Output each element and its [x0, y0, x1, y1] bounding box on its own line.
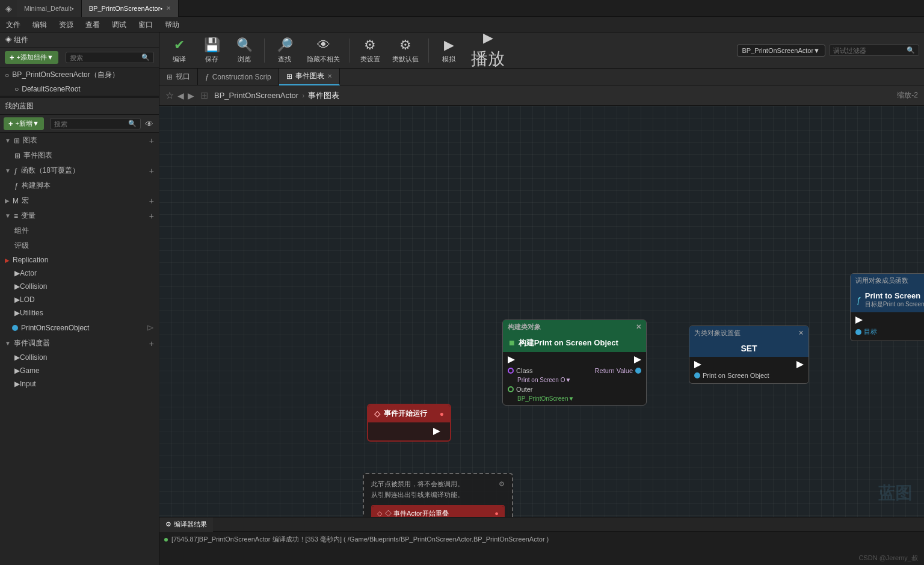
- back-button[interactable]: ◀: [177, 91, 184, 100]
- print-target-row: 目标: [851, 326, 924, 338]
- category-replication[interactable]: ▶ Replication: [0, 253, 159, 267]
- menu-edit[interactable]: 编辑: [26, 17, 53, 32]
- tab-bp-print[interactable]: BP_PrintOnScreenActor• ✕: [82, 0, 179, 17]
- construct-icon: ■: [509, 338, 515, 348]
- save-button[interactable]: 💾 保存: [197, 35, 227, 66]
- arrow-icon: ▶: [14, 309, 20, 317]
- collision-event[interactable]: ▶ Collision: [0, 351, 159, 364]
- close-icon[interactable]: ✕: [327, 73, 332, 79]
- find-button[interactable]: 🔎 查找: [270, 35, 300, 66]
- disabled-event-node[interactable]: ◇ ◇ 事件Actor开始重叠 ● Other Actor: [371, 505, 505, 517]
- add-function-button[interactable]: +: [149, 166, 154, 176]
- tab-construction-script[interactable]: ƒ Construction Scrip: [198, 69, 279, 85]
- component-default-scene-root[interactable]: ○ DefaultSceneRoot: [0, 82, 159, 96]
- print-target-pin[interactable]: [855, 329, 861, 335]
- component-search-input[interactable]: [70, 54, 139, 61]
- eye-icon[interactable]: 👁: [143, 119, 155, 129]
- add-dispatcher-button[interactable]: +: [149, 339, 154, 348]
- arrow-icon: ▶: [14, 366, 20, 375]
- output-content: [7545.87]BP_PrintOnScreenActor 编译成功！[353…: [159, 532, 924, 565]
- breadcrumb-current[interactable]: 事件图表: [308, 90, 339, 101]
- rating-var[interactable]: 评级: [0, 238, 159, 253]
- outer-pin[interactable]: [508, 386, 514, 392]
- component-self[interactable]: ○ BP_PrintOnScreenActor（自身）: [0, 67, 159, 82]
- forward-button[interactable]: ▶: [188, 91, 194, 100]
- title-bar: ◈ Minimal_Default• BP_PrintOnScreenActor…: [0, 0, 924, 17]
- tab-event-graph[interactable]: ⊞ 事件图表 ✕: [279, 69, 340, 85]
- search-icon: 🔍: [141, 54, 150, 61]
- save-icon: 💾: [204, 37, 220, 53]
- browse-button[interactable]: 🔍 浏览: [229, 35, 259, 66]
- category-functions[interactable]: ▼ ƒ 函数（18可覆盖） +: [0, 163, 159, 178]
- event-dispatcher-category[interactable]: ▼ 事件调度器 +: [0, 336, 159, 351]
- add-graph-button[interactable]: +: [149, 136, 154, 146]
- event-error-dot: ●: [440, 410, 444, 418]
- lod-category[interactable]: ▶ LOD: [0, 293, 159, 306]
- bookmark-icon[interactable]: ☆: [165, 90, 174, 101]
- menu-window[interactable]: 窗口: [132, 17, 159, 32]
- bp-search-bar[interactable]: 🔍: [50, 118, 141, 129]
- add-macro-button[interactable]: +: [149, 196, 154, 206]
- exec-in-pin[interactable]: [508, 356, 515, 363]
- set-exec-out[interactable]: [796, 361, 804, 368]
- input-event[interactable]: ▶ Input: [0, 377, 159, 391]
- breadcrumb-bar: ☆ ◀ ▶ ⊞ BP_PrintOnScreenActor › 事件图表 缩放-…: [159, 85, 924, 106]
- add-component-button[interactable]: + +添加组件▼: [5, 51, 58, 64]
- component-root-icon: ○: [14, 85, 19, 93]
- set-close-icon[interactable]: ✕: [798, 329, 804, 337]
- debug-search[interactable]: 🔍: [829, 45, 919, 56]
- category-macros[interactable]: ▶ M 宏 +: [0, 193, 159, 208]
- exec-out-pin2[interactable]: [634, 356, 641, 363]
- menu-debug[interactable]: 调试: [106, 17, 132, 32]
- return-value-pin[interactable]: [635, 368, 641, 374]
- collision-category[interactable]: ▶ Collision: [0, 280, 159, 293]
- class-pin[interactable]: [508, 368, 514, 374]
- blueprint-canvas[interactable]: ◇ 事件开始运行 ● 构建类对象 ✕: [159, 106, 924, 517]
- component-search-bar[interactable]: 🔍: [66, 52, 154, 63]
- separator-1: [264, 39, 265, 63]
- exec-out-pin[interactable]: [373, 426, 445, 437]
- debug-filter[interactable]: BP_PrintOnScreenActor▼: [737, 45, 826, 57]
- menu-file[interactable]: 文件: [0, 17, 26, 32]
- utilities-category[interactable]: ▶ Utilities: [0, 306, 159, 320]
- red-arrow-icon: ▶: [5, 257, 10, 264]
- print-on-screen-object-item[interactable]: PrintOnScreenObject ⊳: [0, 320, 159, 336]
- class-defaults-button[interactable]: ⚙ 类默认值: [387, 35, 424, 66]
- category-variables[interactable]: ▼ ≡ 变量 +: [0, 208, 159, 223]
- menu-help[interactable]: 帮助: [159, 17, 185, 32]
- class-settings-button[interactable]: ⚙ 类设置: [355, 35, 385, 66]
- construct-object-node[interactable]: 构建类对象 ✕ ■ 构建Print on Screen Object: [502, 320, 647, 406]
- component-var[interactable]: 组件: [0, 223, 159, 238]
- event-graph-item[interactable]: ⊞ 事件图表: [0, 148, 159, 163]
- print-exec-in[interactable]: [855, 316, 863, 324]
- simulate-button[interactable]: ▶ 模拟: [434, 35, 464, 66]
- set-print-pin[interactable]: [694, 372, 700, 378]
- event-graph-tab-icon: ⊞: [286, 72, 292, 81]
- new-blueprint-button[interactable]: + +新增▼: [4, 117, 44, 130]
- breadcrumb-bp[interactable]: BP_PrintOnScreenActor: [214, 91, 298, 100]
- compiler-results-tab[interactable]: ⚙ 编译器结果: [159, 517, 213, 532]
- separator-2: [350, 39, 350, 63]
- compile-button[interactable]: ✔ 编译: [164, 35, 194, 66]
- game-event[interactable]: ▶ Game: [0, 364, 159, 377]
- tab-viewport[interactable]: ⊞ 视口: [159, 69, 198, 85]
- tab-minimal-default[interactable]: Minimal_Default•: [17, 0, 82, 17]
- event-begin-play-node[interactable]: ◇ 事件开始运行 ●: [367, 404, 451, 442]
- menu-view[interactable]: 查看: [79, 17, 106, 32]
- set-variable-node[interactable]: 为类对象设置值 ✕ SET Print on Screen Obje: [689, 326, 809, 384]
- close-icon[interactable]: ✕: [166, 5, 171, 11]
- bp-search-input[interactable]: [54, 120, 126, 128]
- construction-script-item[interactable]: ƒ 构建脚本: [0, 178, 159, 193]
- play-button[interactable]: ▶ 播放: [466, 28, 510, 73]
- node-close-icon[interactable]: ✕: [636, 323, 641, 331]
- hide-unrelated-button[interactable]: 👁 隐藏不相关: [302, 35, 345, 66]
- separator-icon: ⊞: [200, 90, 208, 101]
- construct-label: 构建Print on Screen Object: [519, 338, 618, 348]
- add-variable-button[interactable]: +: [149, 211, 154, 221]
- debug-search-input[interactable]: [833, 47, 904, 54]
- category-graphs[interactable]: ▼ ⊞ 图表 +: [0, 133, 159, 148]
- set-exec-in[interactable]: [694, 361, 701, 368]
- menu-assets[interactable]: 资源: [53, 17, 79, 32]
- print-to-screen-node[interactable]: 调用对象成员函数 ✕ ƒ Print to Screen 目标是Print on…: [850, 273, 924, 341]
- actor-category[interactable]: ▶ Actor: [0, 267, 159, 280]
